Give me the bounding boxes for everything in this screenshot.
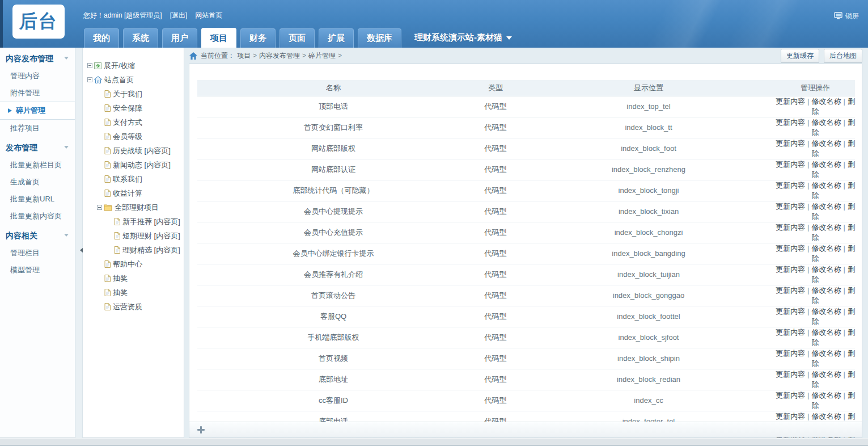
tab[interactable]: 数据库: [358, 28, 401, 48]
update-content-link[interactable]: 更新内容: [776, 202, 805, 211]
fragment-name-cell: 客服QQ: [197, 306, 469, 327]
tab[interactable]: 系统: [123, 28, 158, 48]
rename-link[interactable]: 修改名称: [812, 139, 841, 148]
action-separator: |: [807, 391, 809, 399]
tree-collapse-icon[interactable]: [97, 205, 102, 210]
update-content-link[interactable]: 更新内容: [776, 328, 805, 336]
fragment-type-cell: 代码型: [469, 201, 522, 222]
tab[interactable]: 我的: [84, 28, 119, 48]
tree-node[interactable]: 历史战绩 [内容页]: [87, 144, 183, 158]
tree-node[interactable]: 短期理财 [内容页]: [87, 229, 183, 243]
lock-screen-button[interactable]: 锁屏: [834, 11, 859, 21]
rename-link[interactable]: 修改名称: [812, 328, 841, 336]
site-selector[interactable]: 理财系统演示站-素材猫: [414, 32, 512, 43]
breadcrumb-link[interactable]: 项目: [237, 51, 251, 61]
update-content-link[interactable]: 更新内容: [776, 160, 805, 169]
tree-node[interactable]: 新手推荐 [内容页]: [87, 214, 183, 229]
rename-link[interactable]: 修改名称: [812, 286, 841, 294]
rename-link[interactable]: 修改名称: [812, 97, 841, 106]
rename-link[interactable]: 修改名称: [812, 202, 841, 211]
tree-node[interactable]: 关于我们: [87, 87, 183, 101]
update-content-link[interactable]: 更新内容: [776, 97, 805, 106]
sidebar-collapse-handle[interactable]: [75, 48, 83, 438]
update-content-link[interactable]: 更新内容: [776, 223, 805, 232]
tree-node-label: 安全保障: [113, 103, 142, 113]
tree-node[interactable]: 全部理财项目: [87, 200, 183, 214]
fragment-position-cell: index_block_redian: [522, 369, 776, 390]
sidebar-item-label: 生成首页: [10, 177, 40, 187]
table-row: 首页滚动公告代码型index_block_gonggao更新内容|修改名称|删除: [197, 285, 855, 306]
update-content-link[interactable]: 更新内容: [776, 307, 805, 315]
tree-node[interactable]: 抽奖: [87, 271, 183, 285]
sidebar-item[interactable]: 批量更新栏目页: [0, 157, 75, 174]
fragment-type-cell: 代码型: [469, 264, 522, 285]
fragment-type-cell: 代码型: [469, 96, 522, 117]
tree-node[interactable]: 理财精选 [内容页]: [87, 243, 183, 257]
tree-node[interactable]: 新闻动态 [内容页]: [87, 158, 183, 172]
tree-node[interactable]: 抽奖: [87, 285, 183, 300]
update-content-link[interactable]: 更新内容: [776, 286, 805, 294]
rename-link[interactable]: 修改名称: [812, 307, 841, 315]
tab[interactable]: 财务: [240, 28, 276, 48]
logout-link[interactable]: [退出]: [170, 11, 188, 20]
update-content-link[interactable]: 更新内容: [776, 265, 805, 274]
sidebar-section-header[interactable]: 内容相关: [0, 225, 75, 245]
rename-link[interactable]: 修改名称: [812, 244, 841, 253]
update-content-link[interactable]: 更新内容: [776, 139, 805, 148]
tab[interactable]: 页面: [280, 28, 315, 48]
update-content-link[interactable]: 更新内容: [776, 412, 805, 420]
sidebar: 内容发布管理管理内容附件管理碎片管理推荐项目发布管理批量更新栏目页生成首页批量更…: [0, 48, 75, 438]
sidebar-section-header[interactable]: 内容发布管理: [0, 48, 75, 68]
sidebar-section-header[interactable]: 发布管理: [0, 137, 75, 157]
sidebar-item-label: 批量更新URL: [10, 194, 54, 204]
tree-node[interactable]: 帮助中心: [87, 257, 183, 271]
update-content-link[interactable]: 更新内容: [776, 244, 805, 253]
tree-collapse-icon[interactable]: [87, 77, 92, 82]
add-fragment-button[interactable]: [197, 426, 205, 434]
update-content-link[interactable]: 更新内容: [776, 370, 805, 378]
sidebar-item[interactable]: 模型管理: [0, 262, 75, 279]
update-cache-button[interactable]: 更新缓存: [781, 49, 819, 63]
update-content-link[interactable]: 更新内容: [776, 349, 805, 357]
tree-node[interactable]: 安全保障: [87, 101, 183, 115]
tree-node[interactable]: 联系我们: [87, 172, 183, 186]
tree-node[interactable]: 支付方式: [87, 115, 183, 129]
tree-node[interactable]: 展开/收缩: [87, 58, 183, 73]
sidebar-item[interactable]: 管理内容: [0, 68, 75, 85]
tab[interactable]: 扩展: [319, 28, 354, 48]
breadcrumb-link[interactable]: 内容发布管理: [259, 51, 300, 61]
sidebar-item-label: 批量更新栏目页: [10, 160, 62, 170]
tree-node[interactable]: 收益计算: [87, 186, 183, 200]
sidebar-item[interactable]: 管理栏目: [0, 245, 75, 262]
sidebar-item[interactable]: 推荐项目: [0, 120, 75, 137]
sidebar-item[interactable]: 附件管理: [0, 85, 75, 102]
site-home-link[interactable]: 网站首页: [195, 11, 222, 20]
update-content-link[interactable]: 更新内容: [776, 118, 805, 127]
rename-link[interactable]: 修改名称: [812, 118, 841, 127]
sidebar-item[interactable]: 批量更新URL: [0, 191, 75, 208]
update-content-link[interactable]: 更新内容: [776, 391, 805, 399]
rename-link[interactable]: 修改名称: [812, 265, 841, 274]
tree-collapse-icon[interactable]: [87, 63, 92, 68]
tab[interactable]: 用户: [162, 28, 197, 48]
rename-link[interactable]: 修改名称: [812, 223, 841, 232]
sidebar-item[interactable]: 碎片管理: [0, 102, 75, 120]
update-content-link[interactable]: 更新内容: [776, 181, 805, 190]
tree-node[interactable]: 运营资质: [87, 300, 183, 314]
tree-node[interactable]: 会员等级: [87, 129, 183, 144]
rename-link[interactable]: 修改名称: [812, 370, 841, 378]
tree-node[interactable]: 站点首页: [87, 73, 183, 87]
rename-link[interactable]: 修改名称: [812, 160, 841, 169]
sidebar-item[interactable]: 生成首页: [0, 174, 75, 191]
breadcrumb-separator: >: [338, 52, 342, 60]
rename-link[interactable]: 修改名称: [812, 391, 841, 399]
rename-link[interactable]: 修改名称: [812, 349, 841, 357]
backend-map-button[interactable]: 后台地图: [824, 49, 862, 63]
breadcrumb-link[interactable]: 碎片管理: [308, 51, 336, 61]
rename-link[interactable]: 修改名称: [812, 412, 841, 420]
tree-node-label: 抽奖: [113, 288, 128, 298]
sidebar-item[interactable]: 批量更新内容页: [0, 208, 75, 225]
rename-link[interactable]: 修改名称: [812, 181, 841, 190]
tab[interactable]: 项目: [201, 28, 236, 48]
page-icon: [114, 246, 120, 254]
